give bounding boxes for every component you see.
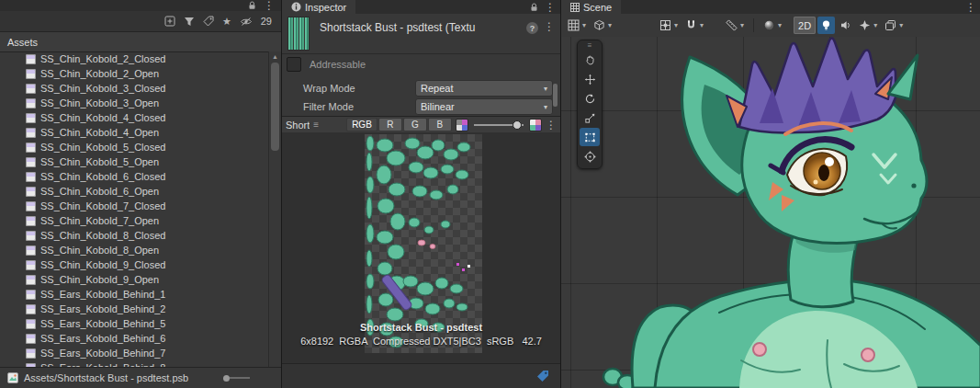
sprite-asset-icon	[26, 260, 36, 270]
snap-increment-dropdown[interactable]: ▾	[682, 17, 706, 34]
list-item[interactable]: SS_Chin_Kobold_3_Open	[0, 96, 269, 110]
transform-icon	[584, 151, 596, 163]
panel-menu-kebab-icon[interactable]: ⋮	[545, 2, 556, 13]
hidden-items-eye-icon[interactable]	[240, 17, 253, 27]
color-channels-icon[interactable]	[456, 119, 468, 131]
pane-drag-handle-icon[interactable]: ≡	[313, 120, 319, 130]
tab-scene[interactable]: Scene	[561, 0, 621, 14]
sprite-asset-icon	[26, 113, 36, 123]
project-breadcrumb-header[interactable]: Assets	[0, 32, 281, 52]
project-scrollbar[interactable]: ▲	[268, 51, 281, 368]
favorite-star-icon[interactable]: ★	[222, 16, 231, 28]
zoom-slider-knob[interactable]	[223, 375, 230, 382]
asset-header-kebab-icon[interactable]: ⋮	[544, 21, 555, 32]
list-item[interactable]: SS_Chin_Kobold_2_Closed	[0, 51, 269, 66]
list-item[interactable]: SS_Chin_Kobold_6_Closed	[0, 169, 269, 184]
tools-overlay-handle[interactable]: ≡	[578, 41, 602, 50]
panel-menu-kebab-icon[interactable]: ⋮	[965, 2, 976, 13]
inspector-scrollbar-thumb[interactable]	[553, 84, 558, 107]
2d-view-toggle[interactable]: 2D	[794, 17, 816, 34]
zoom-slider-track	[230, 377, 250, 379]
help-icon[interactable]: ?	[526, 22, 538, 34]
channel-b-button[interactable]: B	[428, 118, 452, 131]
scene-character-sprite[interactable]	[602, 37, 980, 388]
list-item[interactable]: SS_Chin_Kobold_8_Closed	[0, 228, 269, 243]
hand-icon	[584, 54, 596, 66]
grid-snapping-dropdown[interactable]: ▾	[657, 17, 681, 34]
list-item[interactable]: SS_Chin_Kobold_6_Open	[0, 184, 269, 199]
list-item[interactable]: SS_Chin_Kobold_4_Closed	[0, 110, 269, 125]
effects-dropdown[interactable]: ▾	[856, 17, 880, 34]
scene-toolbar: ▾ ▾ ▾ ▾ ▾	[561, 14, 980, 38]
list-item[interactable]: SS_Chin_Kobold_3_Closed	[0, 81, 269, 96]
rect-tool-icon	[584, 131, 596, 143]
scene-lighting-toggle[interactable]	[817, 17, 835, 34]
list-item[interactable]: SS_Chin_Kobold_8_Open	[0, 243, 269, 257]
view-hand-tool-button[interactable]	[580, 51, 600, 69]
mip-slider-knob[interactable]	[513, 120, 522, 130]
rotate-tool-button[interactable]	[580, 89, 600, 108]
channel-rgb-button[interactable]: RGB	[346, 118, 377, 131]
asset-name: SS_Chin_Kobold_3_Open	[40, 97, 159, 108]
texture-thumbnail	[287, 17, 310, 51]
list-item[interactable]: SS_Chin_Kobold_5_Closed	[0, 140, 269, 154]
panel-lock-icon[interactable]	[248, 1, 256, 10]
list-item[interactable]: SS_Chin_Kobold_7_Open	[0, 213, 269, 228]
list-item[interactable]: SS_Ears_Kobold_Behind_2	[0, 302, 269, 316]
shading-mode-dropdown[interactable]: ▾	[760, 17, 784, 34]
grid-visibility-dropdown[interactable]: ▾	[565, 17, 589, 34]
wrap-mode-dropdown[interactable]: Repeat ▾	[415, 80, 553, 97]
chevron-down-icon: ▾	[582, 22, 586, 29]
filter-mode-label: Filter Mode	[282, 101, 415, 112]
list-item[interactable]: SS_Chin_Kobold_9_Closed	[0, 257, 269, 272]
channel-r-button[interactable]: R	[378, 118, 402, 131]
preview-caption-title: Shortstack Bust - psdtest	[282, 322, 560, 333]
gizmo-cube-dropdown[interactable]: ▾	[591, 17, 614, 34]
label-tag-icon[interactable]	[203, 16, 214, 27]
panel-menu-kebab-icon[interactable]: ⋮	[264, 0, 275, 11]
asset-name: SS_Chin_Kobold_4_Open	[40, 127, 159, 138]
mip-color-icon[interactable]	[529, 119, 542, 131]
list-item[interactable]: SS_Ears_Kobold_Behind_5	[0, 316, 269, 331]
thumbnail-zoom-slider[interactable]	[223, 375, 250, 382]
filter-mode-dropdown[interactable]: Bilinear ▾	[415, 98, 553, 115]
scene-audio-toggle[interactable]	[837, 17, 854, 34]
project-scrollbar-thumb[interactable]	[271, 63, 279, 151]
project-panel: ⋮ ★ 29 Assets SS_	[0, 0, 282, 388]
scrollbar-up-arrow-icon[interactable]: ▲	[269, 51, 281, 61]
panel-lock-icon[interactable]	[530, 3, 538, 12]
transform-tool-button[interactable]	[580, 147, 600, 165]
addressable-checkbox[interactable]	[287, 57, 301, 72]
asset-title: Shortstack Bust - psdtest (Textu	[320, 17, 523, 34]
chevron-down-icon: ▾	[608, 22, 612, 29]
channel-button-group: RGB R G B	[346, 118, 452, 131]
list-item[interactable]: SS_Chin_Kobold_9_Open	[0, 272, 269, 287]
overlays-dropdown[interactable]: ▾	[882, 17, 906, 34]
list-item[interactable]: SS_Ears_Kobold_Behind_1	[0, 287, 269, 302]
tab-inspector[interactable]: Inspector	[282, 0, 355, 14]
list-item[interactable]: SS_Ears_Kobold_Behind_7	[0, 346, 269, 360]
texture-preview-area: Shortstack Bust - psdtest 6x8192 RGBA Co…	[282, 132, 560, 364]
measure-tool-dropdown[interactable]: ▾	[723, 17, 747, 34]
rect-tool-button[interactable]	[580, 128, 600, 146]
asset-name: SS_Ears_Kobold_Behind_7	[40, 348, 165, 359]
asset-bundle-tag-icon[interactable]	[536, 370, 549, 382]
mip-level-slider[interactable]	[474, 120, 524, 131]
list-item[interactable]: SS_Ears_Kobold_Behind_6	[0, 331, 269, 346]
list-item[interactable]: SS_Chin_Kobold_4_Open	[0, 125, 269, 140]
preview-menu-kebab-icon[interactable]: ⋮	[546, 120, 557, 131]
preview-caption-info: 6x8192 RGBA Compressed DXT5|BC3 sRGB 42.…	[282, 336, 560, 347]
list-item[interactable]: SS_Chin_Kobold_7_Closed	[0, 199, 269, 213]
sprite-asset-icon	[26, 231, 36, 241]
channel-g-button[interactable]: G	[403, 118, 427, 131]
scene-viewport[interactable]: ≡	[561, 37, 980, 388]
chevron-down-icon: ▾	[899, 22, 903, 29]
asset-name: SS_Chin_Kobold_5_Closed	[40, 142, 165, 153]
scale-tool-button[interactable]	[580, 108, 600, 127]
filter-funnel-icon[interactable]	[184, 16, 195, 27]
list-item[interactable]: SS_Chin_Kobold_5_Open	[0, 154, 269, 169]
add-create-icon[interactable]	[164, 16, 175, 27]
move-tool-button[interactable]	[580, 70, 600, 88]
tab-label: Scene	[583, 2, 612, 13]
list-item[interactable]: SS_Chin_Kobold_2_Open	[0, 66, 269, 81]
